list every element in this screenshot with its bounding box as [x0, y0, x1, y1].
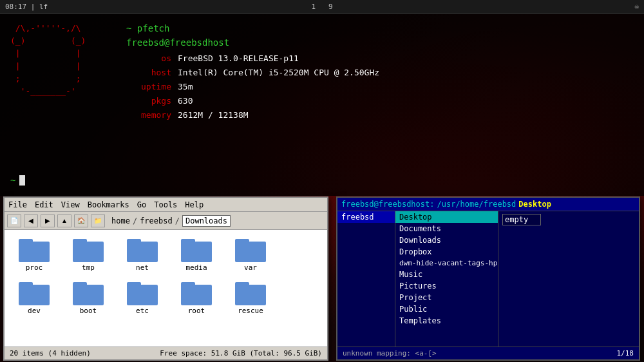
fm-toolbar: 📄 ◀ ▶ ▲ 🏠 📁 home / freebsd / Downloads: [5, 212, 327, 230]
fm-location-bar: home / freebsd / Downloads: [111, 215, 231, 227]
workspace-9[interactable]: 9: [328, 3, 333, 11]
tf-path-prefix: freebsd@freebsdhost:: [341, 200, 435, 209]
fm-menu-go[interactable]: Go: [137, 200, 146, 209]
tf-col-1: freebsd: [337, 211, 395, 347]
fm-menu-tools[interactable]: Tools: [154, 200, 177, 209]
file-manager: File Edit View Bookmarks Go Tools Help 📄…: [3, 196, 328, 361]
fm-back-btn[interactable]: ◀: [24, 214, 38, 227]
list-item[interactable]: Project: [395, 292, 498, 303]
fm-forward-btn[interactable]: ▶: [41, 214, 55, 227]
tf-path-dir: /usr/home/freebsd: [437, 200, 516, 209]
fm-menubar: File Edit View Bookmarks Go Tools Help: [5, 198, 327, 212]
tf-col-3: [498, 211, 639, 347]
fm-item-label: proc: [26, 263, 43, 272]
list-item[interactable]: etc: [117, 277, 168, 318]
list-item[interactable]: freebsd: [337, 211, 395, 223]
tf-page-info: 1/18: [617, 349, 634, 357]
fm-item-label: dev: [28, 307, 41, 315]
pfetch-art: /\,-'''''-,/\ (_) (_) | | | | ; ; '-____…: [10, 22, 113, 122]
prompt-symbol: ~: [10, 175, 15, 186]
fm-menu-file[interactable]: File: [8, 200, 27, 209]
list-item[interactable]: dev: [8, 277, 60, 318]
top-bar: 08:17 | lf 1 9 ♾: [0, 0, 644, 14]
fm-item-label: rescue: [238, 307, 263, 315]
tf-current-dir: Desktop: [518, 200, 551, 209]
fm-loc-downloads[interactable]: Downloads: [182, 215, 231, 227]
list-item[interactable]: net: [117, 234, 168, 274]
folder-icon: [181, 280, 212, 305]
terminal-file-browser: freebsd@freebsdhost: /usr/home/freebsd D…: [336, 196, 640, 361]
top-bar-icon: ♾: [634, 3, 639, 11]
folder-icon: [73, 280, 104, 305]
list-item[interactable]: Public: [395, 303, 498, 315]
list-item[interactable]: boot: [62, 277, 114, 318]
workspace-1[interactable]: 1: [311, 3, 316, 11]
list-item[interactable]: Music: [395, 269, 498, 280]
fm-home-btn[interactable]: 🏠: [74, 214, 88, 227]
fm-item-label: media: [185, 263, 207, 272]
top-bar-workspace: 1 9: [311, 3, 332, 11]
tf-col3-input[interactable]: [502, 214, 541, 225]
folder-icon: [19, 236, 50, 262]
pfetch-info: ~ pfetch freebsd@freebsdhost os FreeBSD …: [126, 22, 379, 122]
list-item[interactable]: Downloads: [395, 234, 498, 246]
pfetch-username: freebsd@freebsdhost: [126, 37, 379, 48]
pfetch-host-row: host Intel(R) Core(TM) i5-2520M CPU @ 2.…: [126, 66, 379, 80]
list-item[interactable]: rescue: [225, 277, 276, 318]
list-item[interactable]: Dropbox: [395, 246, 498, 258]
fm-item-label: tmp: [82, 263, 95, 272]
fm-statusbar: 20 items (4 hidden) Free space: 51.8 GiB…: [5, 347, 327, 359]
list-item[interactable]: Templates: [395, 315, 498, 327]
fm-item-label: root: [188, 307, 205, 315]
list-item[interactable]: root: [171, 277, 222, 318]
fm-menu-bookmarks[interactable]: Bookmarks: [88, 200, 129, 209]
pfetch-memory-row: memory 2612M / 12138M: [126, 108, 379, 122]
fm-body: proc tmp net media var dev: [5, 230, 327, 347]
tf-titlebar: freebsd@freebsdhost: /usr/home/freebsd D…: [337, 198, 639, 211]
list-item[interactable]: Documents: [395, 223, 498, 234]
folder-icon: [235, 280, 266, 305]
list-item[interactable]: proc: [8, 234, 60, 274]
fm-status-space: Free space: 51.8 GiB (Total: 96.5 GiB): [160, 349, 322, 357]
pfetch-pkgs-row: pkgs 630: [126, 94, 379, 108]
fm-up-btn[interactable]: ▲: [57, 214, 71, 227]
pfetch-os-row: os FreeBSD 13.0-RELEASE-p11: [126, 52, 379, 66]
terminal-top: /\,-'''''-,/\ (_) (_) | | | | ; ; '-____…: [0, 14, 644, 196]
list-item[interactable]: Desktop: [395, 211, 498, 223]
list-item[interactable]: var: [225, 234, 276, 274]
folder-icon: [127, 280, 158, 305]
top-bar-time: 08:17 | lf: [5, 3, 48, 11]
list-item[interactable]: Pictures: [395, 280, 498, 292]
tf-col-2: Desktop Documents Downloads Dropbox dwm-…: [395, 211, 498, 347]
fm-bookmark-btn[interactable]: 📁: [91, 214, 105, 227]
folder-icon: [235, 236, 266, 262]
folder-icon: [73, 236, 104, 262]
fm-status-items: 20 items (4 hidden): [10, 349, 91, 357]
fm-menu-view[interactable]: View: [61, 200, 80, 209]
fm-item-label: boot: [80, 307, 97, 315]
folder-icon: [181, 236, 212, 262]
fm-new-btn[interactable]: 📄: [7, 214, 21, 227]
fm-loc-home[interactable]: home: [111, 216, 130, 225]
fm-item-label: var: [244, 263, 257, 272]
fm-item-label: etc: [136, 307, 149, 315]
tf-status-mapping: unknown mapping: <a-[>: [343, 349, 437, 357]
prompt-cursor: [19, 175, 25, 186]
pfetch-uptime-row: uptime 35m: [126, 80, 379, 94]
pfetch-label: ~ pfetch: [126, 23, 169, 33]
terminal-prompt: ~: [10, 175, 25, 186]
folder-icon: [19, 280, 50, 305]
fm-item-label: net: [136, 263, 149, 272]
list-item[interactable]: tmp: [62, 234, 114, 274]
fm-content: proc tmp net media var dev: [5, 230, 327, 347]
list-item[interactable]: media: [171, 234, 222, 274]
tf-body: freebsd Desktop Documents Downloads Drop…: [337, 211, 639, 347]
tf-statusbar: unknown mapping: <a-[> 1/18: [337, 347, 639, 359]
fm-loc-freebsd[interactable]: freebsd: [140, 216, 173, 225]
fm-menu-edit[interactable]: Edit: [35, 200, 53, 209]
fm-menu-help[interactable]: Help: [185, 200, 204, 209]
list-item[interactable]: dwm-hide-vacant-tags-hp: [395, 258, 498, 269]
folder-icon: [127, 236, 158, 262]
